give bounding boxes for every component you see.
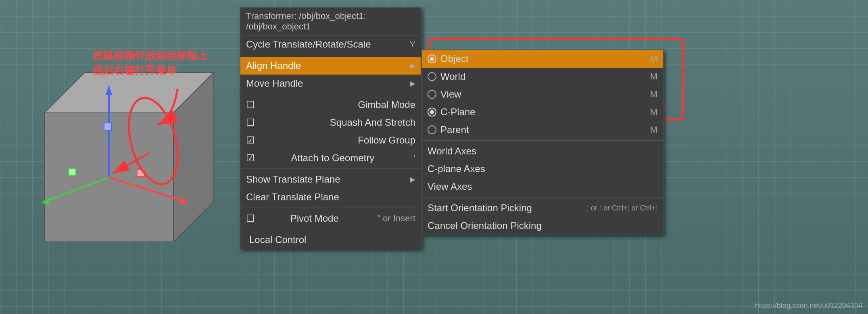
submenu-item-cplane-axes[interactable]: C-plane Axes (422, 160, 663, 178)
menu-item-show-translate-label: Show Translate Plane (246, 174, 340, 185)
annotation-text: 把鼠标指针放到坐标轴上， 然后右键打开菜单 (93, 48, 219, 78)
separator-2 (240, 94, 421, 94)
submenu-item-view-axes[interactable]: View Axes (422, 178, 663, 195)
submenu-world-shortcut: M (650, 71, 657, 82)
menu-item-move-handle[interactable]: Move Handle ▶ (240, 75, 421, 92)
separator-4 (240, 208, 421, 208)
menu-item-local-control[interactable]: Local Control (240, 231, 421, 249)
submenu-start-orientation-shortcut: ; or : or Ctrl+; or Ctrl+: (587, 204, 657, 212)
attach-geometry-check: ☑ (246, 152, 257, 164)
menu-item-cycle-shortcut: Y (409, 39, 415, 50)
submenu-parent-shortcut: M (650, 125, 657, 135)
menu-item-follow-group-label: Follow Group (358, 135, 415, 146)
submenu-item-view[interactable]: View M (422, 85, 663, 103)
show-translate-arrow: ▶ (410, 175, 415, 184)
squash-check: ☐ (246, 117, 257, 128)
radio-world (428, 72, 436, 81)
separator-5 (240, 229, 421, 229)
submenu-item-cancel-orientation[interactable]: Cancel Orientation Picking (422, 217, 663, 235)
submenu-item-world[interactable]: World M (422, 68, 663, 85)
menu-header-text: Transformer: /obj/box_object1: /obj/box_… (246, 11, 366, 31)
submenu-item-cplane[interactable]: C-Plane M (422, 103, 663, 121)
submenu-sep-2 (422, 197, 663, 198)
submenu-object-shortcut: M (650, 54, 657, 64)
menu-item-pivot-mode[interactable]: ☐ Pivot Mode " or Insert (240, 210, 421, 227)
attach-geometry-shortcut: ' (414, 153, 415, 163)
follow-group-check: ☑ (246, 135, 257, 146)
align-handle-arrow: ▶ (410, 61, 415, 70)
submenu-cplane-axes-label: C-plane Axes (428, 163, 485, 175)
annotation-line2: 然后右键打开菜单 (93, 64, 177, 76)
radio-object (428, 54, 436, 63)
submenu-parent-label: Parent (440, 124, 469, 135)
submenu-view-label: View (440, 89, 461, 100)
radio-view (428, 90, 436, 99)
watermark: https://blog.csdn.net/u012204304 (755, 302, 862, 310)
menu-item-move-label: Move Handle (246, 78, 303, 89)
submenu-world-label: World (440, 71, 465, 82)
submenu-cplane-shortcut: M (650, 107, 657, 117)
submenu-item-world-axes[interactable]: World Axes (422, 142, 663, 160)
menu-item-clear-translate-label: Clear Translate Plane (246, 191, 339, 203)
pivot-shortcut: " or Insert (377, 213, 415, 224)
separator-1 (240, 55, 421, 55)
submenu-item-start-orientation[interactable]: Start Orientation Picking ; or : or Ctrl… (422, 199, 663, 217)
radio-cplane (428, 108, 436, 116)
context-menu[interactable]: Transformer: /obj/box_object1: /obj/box_… (240, 7, 421, 249)
watermark-text: https://blog.csdn.net/u012204304 (755, 302, 862, 310)
submenu-item-parent[interactable]: Parent M (422, 121, 663, 139)
submenu-world-axes-label: World Axes (428, 146, 476, 157)
svg-rect-9 (104, 123, 111, 130)
move-handle-arrow: ▶ (410, 79, 415, 88)
submenu-start-orientation-label: Start Orientation Picking (428, 202, 532, 214)
menu-item-show-translate-plane[interactable]: Show Translate Plane ▶ (240, 171, 421, 188)
menu-header: Transformer: /obj/box_object1: /obj/box_… (240, 8, 421, 35)
annotation-line1: 把鼠标指针放到坐标轴上， (93, 50, 219, 62)
menu-item-align-handle[interactable]: Align Handle ▶ Object M World M (240, 57, 421, 75)
menu-item-follow-group[interactable]: ☑ Follow Group (240, 131, 421, 149)
submenu-view-axes-label: View Axes (428, 181, 472, 192)
submenu-cancel-orientation-label: Cancel Orientation Picking (428, 220, 542, 231)
menu-item-local-control-label: Local Control (249, 234, 306, 245)
radio-parent (428, 125, 436, 134)
menu-item-cycle-translate[interactable]: Cycle Translate/Rotate/Scale Y (240, 35, 421, 53)
menu-item-squash-label: Squash And Stretch (330, 117, 415, 128)
submenu-object-label: Object (440, 53, 468, 64)
menu-item-clear-translate-plane[interactable]: Clear Translate Plane (240, 188, 421, 206)
submenu-view-shortcut: M (650, 89, 657, 100)
submenu-item-object[interactable]: Object M (422, 50, 663, 68)
submenu-align-handle[interactable]: Object M World M View M (421, 50, 664, 235)
menu-item-cycle-label: Cycle Translate/Rotate/Scale (246, 39, 371, 50)
pivot-check: ☐ (246, 213, 257, 224)
menu-item-pivot-label: Pivot Mode (290, 213, 339, 224)
menu-item-attach-geometry-label: Attach to Geometry (291, 152, 375, 164)
menu-item-align-label: Align Handle (246, 60, 301, 71)
menu-item-squash[interactable]: ☐ Squash And Stretch (240, 114, 421, 131)
menu-item-gimbal[interactable]: ☐ Gimbal Mode (240, 96, 421, 114)
menu-item-gimbal-label: Gimbal Mode (358, 99, 415, 110)
svg-rect-11 (69, 168, 76, 176)
separator-3 (240, 168, 421, 169)
gimbal-check: ☐ (246, 99, 257, 110)
submenu-cplane-label: C-Plane (440, 106, 476, 118)
menu-item-attach-geometry[interactable]: ☑ Attach to Geometry ' (240, 149, 421, 167)
submenu-sep-1 (422, 140, 663, 141)
svg-rect-10 (137, 169, 144, 177)
